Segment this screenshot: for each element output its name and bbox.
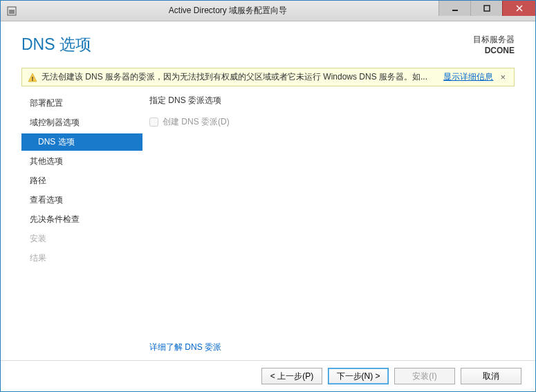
sidebar: 部署配置 域控制器选项 DNS 选项 其他选项 路径 查看选项 先决条件检查 安…: [21, 92, 142, 360]
main-pane: 指定 DNS 委派选项 创建 DNS 委派(D) 详细了解 DNS 委派: [142, 92, 515, 360]
body-row: 部署配置 域控制器选项 DNS 选项 其他选项 路径 查看选项 先决条件检查 安…: [1, 92, 535, 360]
wizard-window: Active Directory 域服务配置向导 DNS 选项 目标服务器 DC…: [0, 0, 536, 392]
sidebar-item-dc-options[interactable]: 域控制器选项: [21, 114, 142, 131]
dns-delegation-checkbox-row: 创建 DNS 委派(D): [149, 116, 515, 128]
sidebar-item-paths[interactable]: 路径: [21, 172, 142, 189]
warning-banner: ! 无法创建该 DNS 服务器的委派，因为无法找到有权威的父区域或者它未运行 W…: [21, 68, 515, 86]
sidebar-item-deployment-config[interactable]: 部署配置: [21, 95, 142, 112]
titlebar: Active Directory 域服务配置向导: [1, 1, 535, 21]
more-info-link[interactable]: 详细了解 DNS 委派: [149, 342, 221, 352]
cancel-button[interactable]: 取消: [461, 368, 521, 384]
warning-text: 无法创建该 DNS 服务器的委派，因为无法找到有权威的父区域或者它未运行 Win…: [41, 71, 436, 83]
content-area: DNS 选项 目标服务器 DCONE ! 无法创建该 DNS 服务器的委派，因为…: [1, 21, 535, 391]
install-button: 安装(I): [394, 368, 455, 384]
warning-icon: !: [28, 73, 37, 82]
more-info-row: 详细了解 DNS 委派: [149, 342, 515, 353]
next-button[interactable]: 下一步(N) >: [328, 368, 389, 384]
warning-details-link[interactable]: 显示详细信息: [443, 71, 493, 83]
previous-button[interactable]: < 上一步(P): [261, 368, 322, 384]
footer: < 上一步(P) 下一步(N) > 安装(I) 取消: [1, 360, 535, 391]
sidebar-item-installation: 安装: [21, 230, 142, 248]
header-row: DNS 选项 目标服务器 DCONE: [1, 21, 535, 62]
window-controls: [438, 1, 535, 21]
close-button[interactable]: [502, 1, 535, 16]
section-label: 指定 DNS 委派选项: [149, 95, 515, 106]
minimize-button[interactable]: [438, 1, 470, 16]
sidebar-item-review-options[interactable]: 查看选项: [21, 192, 142, 209]
svg-text:!: !: [32, 75, 34, 82]
dns-delegation-checkbox: [149, 118, 158, 127]
target-server-label: 目标服务器: [473, 34, 515, 46]
page-title: DNS 选项: [21, 34, 473, 55]
sidebar-item-results: 结果: [21, 250, 142, 267]
sidebar-item-prerequisites[interactable]: 先决条件检查: [21, 211, 142, 228]
app-icon: [6, 6, 17, 17]
sidebar-item-additional-options[interactable]: 其他选项: [21, 153, 142, 170]
svg-rect-1: [9, 10, 15, 14]
target-server-name: DCONE: [473, 46, 515, 55]
maximize-button[interactable]: [470, 1, 502, 16]
dns-delegation-label: 创建 DNS 委派(D): [163, 116, 230, 128]
warning-close-icon[interactable]: ×: [497, 72, 508, 82]
target-server-box: 目标服务器 DCONE: [473, 34, 515, 55]
sidebar-item-dns-options[interactable]: DNS 选项: [21, 133, 142, 151]
svg-rect-3: [484, 6, 490, 11]
window-title: Active Directory 域服务配置向导: [17, 5, 438, 17]
